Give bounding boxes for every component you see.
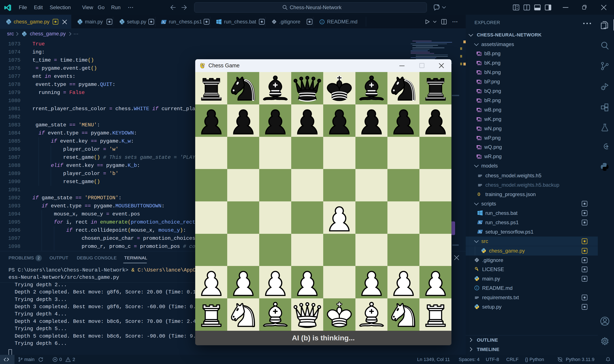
svg-text:{}: {} bbox=[478, 192, 480, 196]
